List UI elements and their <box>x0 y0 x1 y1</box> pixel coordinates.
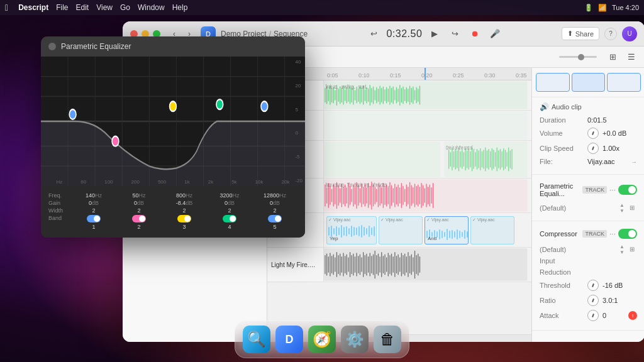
svg-rect-156 <box>411 185 412 206</box>
vijay-clip-4[interactable]: ✓ Vijay.aac <box>470 216 514 244</box>
record-button[interactable]: ⏺ <box>467 26 482 41</box>
svg-rect-184 <box>361 225 362 238</box>
track-timeline-craig[interactable] <box>324 111 531 140</box>
apple-menu[interactable]:  <box>5 3 8 13</box>
panel-row-reduction: Reduction <box>540 268 637 276</box>
svg-rect-174 <box>336 226 337 236</box>
attack-knob[interactable] <box>587 310 599 321</box>
vijay-clip-2[interactable]: ✓ Vijay.aac <box>379 216 423 244</box>
compressor-toggle[interactable] <box>618 229 637 239</box>
rewind-button[interactable]: ↩ <box>366 26 381 41</box>
playhead[interactable] <box>425 68 426 80</box>
clip-thumbnail-1[interactable] <box>536 73 570 92</box>
menu-view[interactable]: View <box>96 3 113 12</box>
svg-rect-148 <box>397 184 398 206</box>
svg-rect-171 <box>328 227 330 236</box>
menu-go[interactable]: Go <box>120 3 130 12</box>
svg-rect-223 <box>350 252 350 277</box>
svg-rect-232 <box>365 255 365 275</box>
forward-button-transport[interactable]: ↪ <box>447 26 462 41</box>
compressor-dots[interactable]: ··· <box>609 229 616 238</box>
svg-rect-201 <box>454 231 455 238</box>
menu-file[interactable]: File <box>56 3 68 12</box>
dock-finder[interactable]: 🔍 <box>243 326 270 353</box>
svg-rect-76 <box>470 151 470 168</box>
app-menu-name[interactable]: Descript <box>18 3 48 12</box>
dock-trash[interactable]: 🗑 <box>374 326 401 353</box>
user-avatar[interactable]: U <box>622 26 637 41</box>
eq-dots[interactable]: ··· <box>609 185 616 194</box>
panel-row-threshold: Threshold -16 dB <box>540 280 637 291</box>
eq-b3-width-val: 2 <box>182 207 186 214</box>
compressor-arrows[interactable]: ▲ ▼ <box>617 244 627 255</box>
svg-rect-30 <box>373 86 374 104</box>
svg-rect-140 <box>384 186 385 206</box>
file-label: File: <box>540 158 584 165</box>
eq-arrows[interactable]: ▲ ▼ <box>617 202 627 213</box>
track-timeline-dave[interactable]: One is oh the cost of... <box>324 141 531 178</box>
svg-rect-261 <box>413 257 413 272</box>
svg-rect-151 <box>402 186 403 206</box>
clipspeed-knob[interactable] <box>587 143 599 154</box>
threshold-knob[interactable] <box>587 280 599 291</box>
vijay-clip-3[interactable]: ✓ Vijay.aac <box>425 216 469 244</box>
track-timeline-andrew[interactable]: finale ac... - unediting... - sound... <box>324 80 531 110</box>
eq-toggle[interactable] <box>618 185 637 195</box>
dock-descript[interactable]: D <box>275 326 303 353</box>
vijay-clip-1[interactable]: ✓ Vijay.aac <box>326 216 377 244</box>
compressor-arrow-up[interactable]: ▲ <box>617 244 627 249</box>
svg-rect-178 <box>346 226 347 236</box>
compressor-arrow-down[interactable]: ▼ <box>617 250 627 255</box>
file-value: Vijay.aac <box>587 158 627 165</box>
svg-rect-260 <box>411 255 412 275</box>
volume-knob[interactable] <box>587 128 599 139</box>
list-view-button[interactable]: ☰ <box>623 49 640 65</box>
file-arrow-icon[interactable]: → <box>631 158 637 165</box>
track-timeline-sonali[interactable]: base accuracy... The ubiquity Yep... oth… <box>324 178 531 212</box>
svg-rect-31 <box>375 90 375 100</box>
eq-band3-toggle[interactable] <box>177 215 191 222</box>
eq-arrow-down[interactable]: ▼ <box>617 208 627 213</box>
svg-rect-55 <box>414 90 415 100</box>
eq-band4-toggle[interactable] <box>223 215 236 222</box>
ruler-mark-0: 0:05 <box>327 72 338 79</box>
eq-arrow-up[interactable]: ▲ <box>617 202 627 207</box>
help-button[interactable]: ? <box>604 28 617 40</box>
dock-settings[interactable]: ⚙️ <box>341 326 369 353</box>
compressor-grid-button[interactable]: ⊞ <box>627 244 637 255</box>
svg-rect-221 <box>347 255 347 275</box>
ratio-knob[interactable] <box>587 295 599 306</box>
eq-close-button[interactable] <box>48 43 56 50</box>
dock-safari[interactable]: 🧭 <box>308 326 336 353</box>
clip-view-area <box>532 68 644 97</box>
clip-thumbnail-3[interactable] <box>607 73 641 92</box>
svg-rect-107 <box>330 186 330 206</box>
svg-point-284 <box>261 101 268 111</box>
share-button[interactable]: ⬆ Share <box>562 27 599 40</box>
play-button[interactable]: ▶ <box>427 26 442 41</box>
eq-grid-button[interactable]: ⊞ <box>627 203 637 213</box>
db-label-0: 0 <box>295 130 303 136</box>
svg-rect-19 <box>355 90 355 100</box>
track-timeline-vijay[interactable]: ✓ Vijay.aac <box>324 213 531 247</box>
eq-b2-freq-unit: Hz <box>139 192 146 199</box>
menu-help[interactable]: Help <box>172 3 188 12</box>
eq-band5-toggle[interactable] <box>268 215 282 222</box>
svg-rect-154 <box>408 187 408 204</box>
ruler-mark-1: 0:10 <box>358 72 370 79</box>
eq-b2-width-val: 2 <box>137 207 140 214</box>
menu-edit[interactable]: Edit <box>76 3 89 12</box>
menu-window[interactable]: Window <box>138 3 165 12</box>
svg-rect-68 <box>457 150 457 168</box>
titlebar-actions: ⬆ Share ? U <box>562 26 637 41</box>
track-timeline-lightmyfire[interactable] <box>324 248 531 282</box>
eq-band1-toggle[interactable] <box>87 215 101 222</box>
zoom-slider[interactable] <box>559 56 597 58</box>
svg-rect-147 <box>396 187 397 204</box>
grid-view-button[interactable]: ⊞ <box>604 49 621 65</box>
mic-button[interactable]: 🎤 <box>487 26 502 41</box>
eq-band2-toggle[interactable] <box>132 215 146 222</box>
svg-rect-212 <box>331 256 332 273</box>
svg-rect-169 <box>433 183 433 208</box>
clip-thumbnail-2[interactable] <box>572 73 606 92</box>
